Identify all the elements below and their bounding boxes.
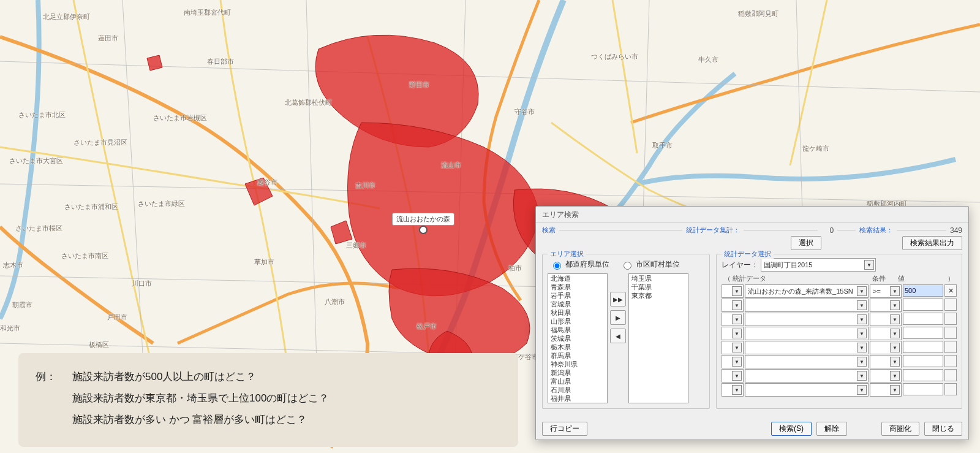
remove-row-button[interactable] [944,383,957,395]
remove-row-button[interactable] [944,327,957,339]
cond-combo[interactable]: >=▼ [870,284,902,298]
list-item[interactable]: 埼玉県 [629,274,688,283]
paren-open-combo[interactable]: ▼ [722,284,744,298]
stat-combo[interactable]: 流山おおたかの森_来訪者数_15SN▼ [745,284,869,298]
remove-row-button[interactable] [944,341,957,353]
chevron-down-icon: ▼ [857,286,867,296]
list-item[interactable]: 福井県 [548,394,607,403]
paren-open-combo[interactable]: ▼ [722,299,744,312]
move-left-button[interactable]: ◀ [610,329,626,343]
search-button[interactable]: 検索(S) [771,422,812,436]
remove-row-button[interactable] [944,369,957,381]
stat-combo[interactable]: ▼ [745,383,869,397]
remove-row-button[interactable] [944,299,957,311]
condition-row: ▼▼▼ [722,369,957,383]
list-item[interactable]: 青森県 [548,283,607,291]
chevron-down-icon: ▼ [732,371,742,381]
cond-combo[interactable]: ▼ [870,313,902,326]
list-item[interactable]: 千葉県 [629,283,688,291]
stat-combo[interactable]: ▼ [745,327,869,340]
clear-button[interactable]: 解除 [816,422,847,436]
result-count: 349 [950,226,962,235]
list-item[interactable]: 山形県 [548,317,607,325]
paren-open-combo[interactable]: ▼ [722,341,744,354]
value-input[interactable] [903,369,943,381]
value-input[interactable] [903,299,943,311]
value-input[interactable] [903,313,943,325]
chevron-down-icon: ▼ [890,371,900,381]
list-item[interactable]: 新潟県 [548,368,607,377]
chevron-down-icon: ▼ [890,314,900,324]
paren-open-combo[interactable]: ▼ [722,355,744,368]
list-item[interactable]: 神奈川県 [548,360,607,368]
condition-row: ▼▼▼ [722,299,957,312]
stat-data-group: 統計データ選択 レイヤー： 国調町丁目2015 ▼ （ 統計データ 条件 値 ）… [716,254,962,409]
col-cond-header: 条件 [872,274,898,283]
cond-combo[interactable]: ▼ [870,383,902,397]
chevron-down-icon: ▼ [857,385,867,395]
stat-combo[interactable]: ▼ [745,313,869,326]
chevron-down-icon: ▼ [857,357,867,367]
remove-row-button[interactable] [944,355,957,367]
list-item[interactable]: 秋田県 [548,308,607,317]
layer-combo[interactable]: 国調町丁目2015 ▼ [761,258,876,272]
stat-combo[interactable]: ▼ [745,341,869,354]
close-button[interactable]: 閉じる [924,422,962,436]
cond-combo[interactable]: ▼ [870,341,902,354]
radio-city-input[interactable] [624,262,631,270]
list-item[interactable]: 福島県 [548,325,607,334]
prefecture-source-list[interactable]: 北海道青森県岩手県宮城県秋田県山形県福島県茨城県栃木県群馬県神奈川県新潟県富山県… [548,273,608,403]
paren-open-combo[interactable]: ▼ [722,369,744,383]
value-input[interactable] [903,383,943,395]
chevron-down-icon: ▼ [857,314,867,324]
col-paren-open: （ [724,274,733,283]
list-item[interactable]: 岩手県 [548,291,607,300]
value-input[interactable] [903,355,943,367]
list-item[interactable]: 富山県 [548,377,607,386]
paren-open-combo[interactable]: ▼ [722,313,744,326]
move-single-right-button[interactable]: ▶ [610,310,626,325]
value-input[interactable] [903,341,943,353]
stat-agg-value: 0 [821,226,834,235]
radio-prefecture[interactable]: 都道府県単位 [550,259,609,270]
map-marker[interactable]: 流山おおたかの森 [419,226,428,234]
select-button[interactable]: 選択 [791,236,821,250]
row-copy-button[interactable]: 行コピー [542,422,587,436]
area-search-dialog: エリア検索 検索 統計データ集計： 0 検索結果： 349 選択 検索結果出力 … [535,206,969,440]
list-item[interactable]: 茨城県 [548,334,607,343]
list-item[interactable]: 栃木県 [548,343,607,351]
paren-open-combo[interactable]: ▼ [722,327,744,340]
cond-combo[interactable]: ▼ [870,299,902,312]
list-item[interactable]: 石川県 [548,386,607,394]
move-right-button[interactable]: ▶▶ [610,292,626,306]
list-item[interactable]: 宮城県 [548,300,607,308]
stat-combo[interactable]: ▼ [745,355,869,368]
layer-combo-value: 国調町丁目2015 [764,261,812,270]
chevron-down-icon: ▼ [857,371,867,381]
prefecture-selected-list[interactable]: 埼玉県千葉県東京都 [628,273,688,403]
value-input[interactable] [903,327,943,339]
remove-row-button[interactable] [944,313,957,325]
chevron-down-icon: ▼ [732,286,742,296]
stat-combo[interactable]: ▼ [745,299,869,312]
example-annotation: 例：施設来訪者数が500人以上の町はどこ？ 施設来訪者数が東京都・埼玉県で上位1… [18,353,518,447]
export-results-button[interactable]: 検索結果出力 [902,236,962,250]
condition-row: ▼▼▼ [722,341,957,354]
stat-combo[interactable]: ▼ [745,369,869,383]
radio-city[interactable]: 市区町村単位 [620,259,680,270]
list-item[interactable]: 群馬県 [548,351,607,360]
cond-combo[interactable]: ▼ [870,369,902,383]
list-item[interactable]: 北海道 [548,274,607,283]
chevron-down-icon: ▼ [864,260,874,270]
value-input[interactable] [903,284,943,297]
cond-combo[interactable]: ▼ [870,327,902,340]
paren-open-combo[interactable]: ▼ [722,383,744,397]
example-line-1: 施設来訪者数が500人以上の町はどこ？ [72,371,256,383]
list-item[interactable]: 東京都 [629,291,688,300]
remove-row-button[interactable]: ✕ [944,284,957,297]
radio-prefecture-input[interactable] [553,262,561,270]
cond-combo[interactable]: ▼ [870,355,902,368]
chevron-down-icon: ▼ [857,300,867,310]
list-item[interactable]: 山梨県 [548,403,607,403]
trade-area-button[interactable]: 商圏化 [881,422,919,436]
